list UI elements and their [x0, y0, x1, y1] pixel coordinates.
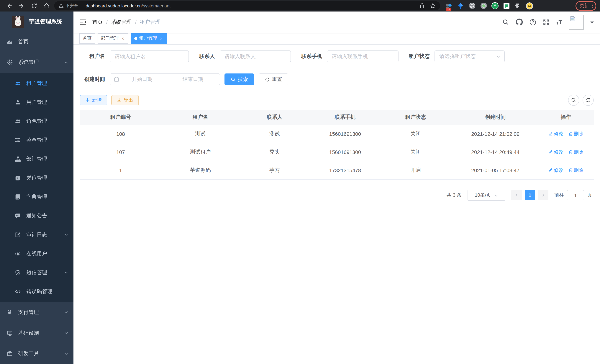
tab-dept[interactable]: 部门管理 ×	[98, 33, 128, 44]
sidebar-item-dept[interactable]: 部门管理	[0, 149, 74, 168]
edit-link[interactable]: 修改	[548, 167, 563, 174]
column-header-created: 创建时间	[451, 114, 540, 121]
prev-page-button[interactable]	[511, 190, 522, 200]
sidebar-item-system[interactable]: 系统管理	[0, 52, 74, 73]
delete-link[interactable]: 删除	[568, 167, 583, 174]
next-page-button[interactable]	[538, 190, 548, 200]
share-icon[interactable]	[419, 3, 425, 9]
sidebar-item-notice[interactable]: 通知公告	[0, 206, 74, 225]
sidebar-item-dev-tools[interactable]: 研发工具	[0, 343, 74, 364]
bookmark-star-icon[interactable]	[430, 3, 436, 9]
sidebar-item-label: 角色管理	[26, 118, 68, 124]
breadcrumb: 首页 / 系统管理 / 租户管理	[92, 19, 161, 25]
extensions-puzzle-icon[interactable]	[514, 2, 522, 9]
user-icon	[15, 99, 21, 105]
extension-icon-2[interactable]	[457, 2, 464, 9]
sidebar-item-post[interactable]: 岗位管理	[0, 168, 74, 187]
sidebar-item-dict[interactable]: 字典管理	[0, 187, 74, 206]
sidebar-item-error-code[interactable]: 错误码管理	[0, 282, 74, 301]
sidebar-item-label: 字典管理	[26, 194, 68, 200]
cell-tenant-name: 芋道源码	[161, 167, 239, 174]
browser-menu-icon[interactable]	[591, 4, 594, 8]
extension-icon-1[interactable]: 10	[445, 2, 453, 9]
sidebar-item-role[interactable]: 角色管理	[0, 112, 74, 131]
help-icon[interactable]	[529, 19, 536, 25]
sidebar-item-label: 审计日志	[26, 231, 64, 238]
edit-link[interactable]: 修改	[548, 131, 563, 137]
online-signal-icon	[15, 251, 21, 257]
tabs-bar: 首页 部门管理 × 租户管理 ×	[74, 33, 600, 45]
status-select[interactable]: 请选择租户状态	[434, 50, 505, 62]
add-button[interactable]: 新增	[80, 95, 107, 105]
sidebar-item-payment[interactable]: ¥ 支付管理	[0, 302, 74, 323]
search-icon[interactable]	[502, 19, 509, 25]
goto-label: 前往	[554, 192, 564, 198]
sidebar-item-sms[interactable]: 短信管理	[0, 263, 74, 282]
search-button[interactable]: 搜索	[225, 74, 254, 85]
browser-forward-icon[interactable]	[19, 3, 25, 9]
fullscreen-icon[interactable]	[543, 19, 550, 25]
chevron-down-icon	[64, 331, 68, 335]
sidebar-item-online-users[interactable]: 在线用户	[0, 244, 74, 263]
chevron-down-icon	[64, 271, 68, 275]
sidebar-item-label: 在线用户	[26, 250, 68, 257]
cell-created: 2021-01-05 17:03:47	[451, 167, 540, 173]
goto-page-input[interactable]	[567, 190, 584, 200]
divider	[82, 3, 82, 8]
tab-tenant[interactable]: 租户管理 ×	[131, 33, 167, 44]
dictionary-book-icon	[15, 194, 21, 200]
page-size-select[interactable]: 10条/页	[468, 190, 505, 201]
column-header-actions: 操作	[540, 114, 592, 121]
sidebar-item-label: 用户管理	[26, 99, 68, 106]
sidebar-item-infrastructure[interactable]: 基础设施	[0, 323, 74, 343]
sidebar-item-label: 部门管理	[26, 156, 68, 162]
gear-icon	[7, 60, 13, 65]
sidebar-item-label: 首页	[18, 38, 68, 45]
sidebar-collapse-icon[interactable]	[79, 19, 86, 26]
github-icon[interactable]	[516, 19, 523, 26]
mobile-input[interactable]	[327, 50, 399, 62]
extension-icon-4[interactable]	[480, 2, 487, 9]
reset-button[interactable]: 重置	[259, 74, 288, 85]
sidebar-item-home[interactable]: 首页	[0, 32, 74, 52]
address-bar[interactable]: 不安全 dashboard.yudao.iocoder.cn/system/te…	[54, 1, 440, 10]
breadcrumb-current: 租户管理	[140, 19, 161, 25]
extension-icon-5[interactable]: Y	[491, 2, 499, 9]
create-time-range-picker[interactable]: 开始日期 - 结束日期	[110, 74, 220, 85]
tab-home[interactable]: 首页	[79, 33, 95, 44]
browser-home-icon[interactable]	[43, 3, 50, 9]
tenant-name-input[interactable]	[110, 50, 189, 62]
browser-back-icon[interactable]	[6, 3, 12, 9]
extension-icon-3[interactable]	[468, 2, 476, 9]
sidebar-item-tenant[interactable]: 租户管理	[0, 74, 74, 93]
export-button[interactable]: 导出	[111, 95, 139, 105]
refresh-table-button[interactable]	[582, 95, 594, 106]
date-start-placeholder: 开始日期	[119, 76, 165, 83]
contact-input[interactable]	[220, 50, 291, 62]
font-size-icon[interactable]: TT	[556, 19, 562, 25]
browser-reload-icon[interactable]	[31, 3, 37, 9]
close-icon[interactable]: ×	[159, 36, 163, 41]
avatar[interactable]	[569, 15, 584, 29]
extension-icon-6[interactable]	[503, 2, 510, 9]
url-host: dashboard.yudao.iocoder.cn	[86, 3, 142, 8]
sidebar-item-audit-log[interactable]: 审计日志	[0, 225, 74, 244]
breadcrumb-home[interactable]: 首页	[92, 19, 103, 25]
sidebar-item-user[interactable]: 用户管理	[0, 93, 74, 112]
close-icon[interactable]: ×	[121, 36, 125, 41]
delete-link[interactable]: 删除	[568, 149, 583, 156]
delete-link[interactable]: 删除	[568, 131, 583, 137]
edit-link[interactable]: 修改	[548, 149, 563, 156]
roles-users-icon	[15, 118, 21, 124]
chevron-down-icon	[64, 310, 68, 315]
page-number-button[interactable]: 1	[525, 190, 535, 200]
avatar-dropdown-caret-icon[interactable]	[590, 21, 594, 25]
breadcrumb-system[interactable]: 系统管理	[111, 19, 132, 25]
breadcrumb-separator: /	[106, 19, 108, 25]
browser-update-button[interactable]: 更新	[575, 1, 596, 10]
app-logo[interactable]: 芋道管理系统	[0, 11, 74, 32]
profile-avatar-icon[interactable]	[526, 2, 533, 9]
screen: 不安全 dashboard.yudao.iocoder.cn/system/te…	[0, 0, 600, 364]
sidebar-item-menu[interactable]: 菜单管理	[0, 131, 74, 149]
toggle-search-button[interactable]	[568, 95, 579, 106]
